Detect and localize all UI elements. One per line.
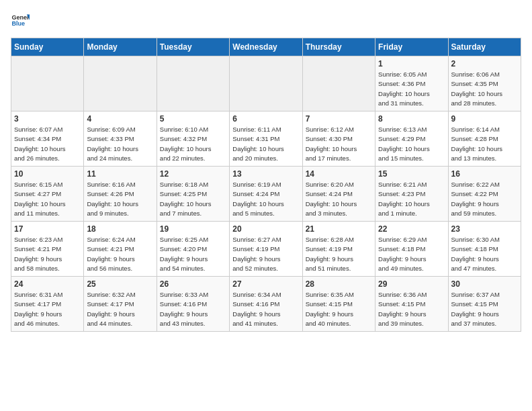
day-number: 22 <box>378 224 445 234</box>
calendar-cell <box>302 56 375 111</box>
day-info: Sunrise: 6:11 AM Sunset: 4:31 PM Dayligh… <box>232 125 299 163</box>
day-info: Sunrise: 6:30 AM Sunset: 4:18 PM Dayligh… <box>451 235 518 273</box>
day-info: Sunrise: 6:28 AM Sunset: 4:19 PM Dayligh… <box>306 235 372 273</box>
calendar-cell: 11Sunrise: 6:16 AM Sunset: 4:26 PM Dayli… <box>84 167 157 222</box>
calendar-cell: 29Sunrise: 6:36 AM Sunset: 4:15 PM Dayli… <box>375 277 448 332</box>
day-number: 7 <box>306 114 372 124</box>
day-number: 30 <box>451 279 518 289</box>
calendar-cell: 26Sunrise: 6:33 AM Sunset: 4:16 PM Dayli… <box>157 277 229 332</box>
day-info: Sunrise: 6:27 AM Sunset: 4:19 PM Dayligh… <box>232 235 299 273</box>
day-number: 8 <box>378 114 445 124</box>
day-info: Sunrise: 6:20 AM Sunset: 4:24 PM Dayligh… <box>306 180 372 218</box>
calendar-cell: 24Sunrise: 6:31 AM Sunset: 4:17 PM Dayli… <box>11 277 84 332</box>
calendar-week-1: 1Sunrise: 6:05 AM Sunset: 4:36 PM Daylig… <box>11 56 521 111</box>
day-number: 10 <box>14 169 81 179</box>
day-number: 23 <box>451 224 518 234</box>
calendar-cell: 10Sunrise: 6:15 AM Sunset: 4:27 PM Dayli… <box>11 167 84 222</box>
calendar-week-5: 24Sunrise: 6:31 AM Sunset: 4:17 PM Dayli… <box>11 277 521 332</box>
day-number: 5 <box>160 114 226 124</box>
day-header-tuesday: Tuesday <box>157 38 229 56</box>
calendar-cell: 27Sunrise: 6:34 AM Sunset: 4:16 PM Dayli… <box>230 277 302 332</box>
calendar-cell: 15Sunrise: 6:21 AM Sunset: 4:23 PM Dayli… <box>375 167 448 222</box>
day-number: 28 <box>306 279 372 289</box>
day-info: Sunrise: 6:18 AM Sunset: 4:25 PM Dayligh… <box>160 180 226 218</box>
calendar-table: SundayMondayTuesdayWednesdayThursdayFrid… <box>11 38 521 332</box>
calendar-cell: 8Sunrise: 6:13 AM Sunset: 4:29 PM Daylig… <box>375 111 448 167</box>
calendar-week-4: 17Sunrise: 6:23 AM Sunset: 4:21 PM Dayli… <box>11 222 521 277</box>
calendar-cell: 25Sunrise: 6:32 AM Sunset: 4:17 PM Dayli… <box>84 277 157 332</box>
calendar-cell: 2Sunrise: 6:06 AM Sunset: 4:35 PM Daylig… <box>448 56 521 111</box>
day-number: 13 <box>232 169 299 179</box>
day-number: 14 <box>306 169 372 179</box>
day-info: Sunrise: 6:29 AM Sunset: 4:18 PM Dayligh… <box>378 235 445 273</box>
calendar-cell: 19Sunrise: 6:25 AM Sunset: 4:20 PM Dayli… <box>157 222 229 277</box>
day-number: 1 <box>378 59 445 68</box>
day-number: 9 <box>451 114 518 124</box>
day-info: Sunrise: 6:25 AM Sunset: 4:20 PM Dayligh… <box>160 235 226 273</box>
day-number: 19 <box>160 224 226 234</box>
day-info: Sunrise: 6:16 AM Sunset: 4:26 PM Dayligh… <box>87 180 153 218</box>
calendar-cell: 21Sunrise: 6:28 AM Sunset: 4:19 PM Dayli… <box>302 222 375 277</box>
day-number: 27 <box>232 279 299 289</box>
day-number: 18 <box>87 224 153 234</box>
day-number: 25 <box>87 279 153 289</box>
day-number: 26 <box>160 279 226 289</box>
day-number: 4 <box>87 114 153 124</box>
day-info: Sunrise: 6:13 AM Sunset: 4:29 PM Dayligh… <box>378 125 445 163</box>
day-info: Sunrise: 6:15 AM Sunset: 4:27 PM Dayligh… <box>14 180 81 218</box>
day-number: 3 <box>14 114 81 124</box>
day-info: Sunrise: 6:23 AM Sunset: 4:21 PM Dayligh… <box>14 235 81 273</box>
day-info: Sunrise: 6:22 AM Sunset: 4:22 PM Dayligh… <box>451 180 518 218</box>
calendar-cell: 9Sunrise: 6:14 AM Sunset: 4:28 PM Daylig… <box>448 111 521 167</box>
day-info: Sunrise: 6:24 AM Sunset: 4:21 PM Dayligh… <box>87 235 153 273</box>
day-info: Sunrise: 6:33 AM Sunset: 4:16 PM Dayligh… <box>160 290 226 328</box>
day-number: 15 <box>378 169 445 179</box>
svg-text:General: General <box>11 14 30 21</box>
calendar-cell: 20Sunrise: 6:27 AM Sunset: 4:19 PM Dayli… <box>230 222 302 277</box>
day-info: Sunrise: 6:05 AM Sunset: 4:36 PM Dayligh… <box>378 70 445 108</box>
day-number: 16 <box>451 169 518 179</box>
calendar-cell: 5Sunrise: 6:10 AM Sunset: 4:32 PM Daylig… <box>157 111 229 167</box>
calendar-week-2: 3Sunrise: 6:07 AM Sunset: 4:34 PM Daylig… <box>11 111 521 167</box>
calendar-cell: 1Sunrise: 6:05 AM Sunset: 4:36 PM Daylig… <box>375 56 448 111</box>
calendar-cell: 14Sunrise: 6:20 AM Sunset: 4:24 PM Dayli… <box>302 167 375 222</box>
calendar-cell <box>157 56 229 111</box>
calendar-cell: 4Sunrise: 6:09 AM Sunset: 4:33 PM Daylig… <box>84 111 157 167</box>
day-number: 29 <box>378 279 445 289</box>
svg-text:Blue: Blue <box>11 20 25 27</box>
day-header-saturday: Saturday <box>448 38 521 56</box>
logo-icon: General Blue <box>11 11 30 30</box>
day-number: 2 <box>451 59 518 68</box>
calendar-cell <box>84 56 157 111</box>
calendar-cell: 12Sunrise: 6:18 AM Sunset: 4:25 PM Dayli… <box>157 167 229 222</box>
day-header-wednesday: Wednesday <box>230 38 302 56</box>
day-info: Sunrise: 6:37 AM Sunset: 4:15 PM Dayligh… <box>451 290 518 328</box>
calendar-week-3: 10Sunrise: 6:15 AM Sunset: 4:27 PM Dayli… <box>11 167 521 222</box>
day-info: Sunrise: 6:12 AM Sunset: 4:30 PM Dayligh… <box>306 125 372 163</box>
calendar-cell: 3Sunrise: 6:07 AM Sunset: 4:34 PM Daylig… <box>11 111 84 167</box>
calendar-cell: 18Sunrise: 6:24 AM Sunset: 4:21 PM Dayli… <box>84 222 157 277</box>
calendar-cell: 28Sunrise: 6:35 AM Sunset: 4:15 PM Dayli… <box>302 277 375 332</box>
day-header-monday: Monday <box>84 38 157 56</box>
calendar-cell: 7Sunrise: 6:12 AM Sunset: 4:30 PM Daylig… <box>302 111 375 167</box>
day-info: Sunrise: 6:19 AM Sunset: 4:24 PM Dayligh… <box>232 180 299 218</box>
day-info: Sunrise: 6:36 AM Sunset: 4:15 PM Dayligh… <box>378 290 445 328</box>
page-header: General Blue <box>11 11 521 30</box>
day-info: Sunrise: 6:31 AM Sunset: 4:17 PM Dayligh… <box>14 290 81 328</box>
calendar-cell: 22Sunrise: 6:29 AM Sunset: 4:18 PM Dayli… <box>375 222 448 277</box>
calendar-cell: 13Sunrise: 6:19 AM Sunset: 4:24 PM Dayli… <box>230 167 302 222</box>
day-info: Sunrise: 6:10 AM Sunset: 4:32 PM Dayligh… <box>160 125 226 163</box>
day-header-friday: Friday <box>375 38 448 56</box>
day-header-thursday: Thursday <box>302 38 375 56</box>
day-info: Sunrise: 6:32 AM Sunset: 4:17 PM Dayligh… <box>87 290 153 328</box>
day-header-sunday: Sunday <box>11 38 84 56</box>
day-info: Sunrise: 6:34 AM Sunset: 4:16 PM Dayligh… <box>232 290 299 328</box>
logo: General Blue <box>11 11 30 30</box>
day-number: 11 <box>87 169 153 179</box>
day-number: 21 <box>306 224 372 234</box>
day-number: 24 <box>14 279 81 289</box>
calendar-cell <box>11 56 84 111</box>
calendar-cell: 6Sunrise: 6:11 AM Sunset: 4:31 PM Daylig… <box>230 111 302 167</box>
day-info: Sunrise: 6:09 AM Sunset: 4:33 PM Dayligh… <box>87 125 153 163</box>
day-number: 6 <box>232 114 299 124</box>
